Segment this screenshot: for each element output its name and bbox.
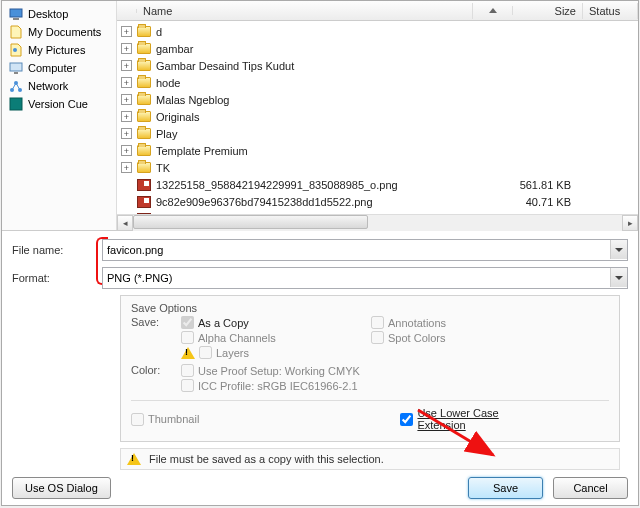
expand-button[interactable]: +: [121, 111, 132, 122]
scroll-thumb[interactable]: [133, 215, 368, 229]
column-header-row: Name Size Status: [117, 1, 638, 21]
thumbnail-label: Thumbnail: [148, 413, 199, 425]
scroll-track[interactable]: [133, 215, 622, 231]
format-select[interactable]: [102, 267, 628, 289]
expand-button[interactable]: +: [121, 94, 132, 105]
folder-row[interactable]: +hode: [117, 74, 638, 91]
expand-button[interactable]: +: [121, 128, 132, 139]
browser-pane: DesktopMy DocumentsMy PicturesComputerNe…: [2, 1, 638, 231]
button-row: Use OS Dialog Save Cancel: [2, 477, 638, 499]
shortcut-versioncue[interactable]: Version Cue: [4, 95, 114, 113]
filename-input[interactable]: [102, 239, 628, 261]
folder-row[interactable]: +Originals: [117, 108, 638, 125]
image-icon: [136, 195, 152, 209]
warning-icon: [127, 453, 141, 465]
shortcut-label: My Pictures: [28, 44, 85, 56]
info-text: File must be saved as a copy with this s…: [149, 453, 384, 465]
cancel-button[interactable]: Cancel: [553, 477, 628, 499]
folder-row[interactable]: +Play: [117, 125, 638, 142]
file-name: 9c82e909e96376bd79415238dd1d5522.png: [156, 196, 509, 208]
folder-row[interactable]: +d: [117, 23, 638, 40]
form-area: File name: Format: Save Options Save: As…: [2, 231, 638, 474]
save-label: Save:: [131, 316, 181, 328]
annotations-checkbox: [371, 316, 384, 329]
column-size[interactable]: Size: [513, 3, 583, 19]
file-name: Template Premium: [156, 145, 509, 157]
expand-button[interactable]: +: [121, 162, 132, 173]
save-options-title: Save Options: [131, 302, 609, 314]
file-name: Malas Ngeblog: [156, 94, 509, 106]
layers-label: Layers: [216, 347, 249, 359]
shortcut-desktop[interactable]: Desktop: [4, 5, 114, 23]
image-icon: [136, 178, 152, 192]
save-dialog: DesktopMy DocumentsMy PicturesComputerNe…: [1, 0, 639, 506]
annotations-label: Annotations: [388, 317, 446, 329]
folder-icon: [136, 25, 152, 39]
thumbnail-checkbox: [131, 413, 144, 426]
folder-icon: [136, 76, 152, 90]
shortcut-network[interactable]: Network: [4, 77, 114, 95]
svg-rect-1: [13, 18, 19, 20]
scroll-right-button[interactable]: ▸: [622, 215, 638, 231]
folder-row[interactable]: +Gambar Desaind Tips Kudut: [117, 57, 638, 74]
lowercase-label: Use Lower Case Extension: [417, 407, 549, 431]
folder-icon: [136, 110, 152, 124]
svg-rect-0: [10, 9, 22, 17]
folder-icon: [136, 59, 152, 73]
svg-rect-8: [10, 98, 22, 110]
sort-indicator-icon: [489, 8, 497, 13]
folder-row[interactable]: +Malas Ngeblog: [117, 91, 638, 108]
expand-button[interactable]: +: [121, 43, 132, 54]
expand-button[interactable]: +: [121, 77, 132, 88]
as-copy-label: As a Copy: [198, 317, 249, 329]
folder-icon: [136, 93, 152, 107]
file-row[interactable]: 9c82e909e96376bd79415238dd1d5522.png40.7…: [117, 193, 638, 210]
file-name: Gambar Desaind Tips Kudut: [156, 60, 509, 72]
alpha-checkbox: [181, 331, 194, 344]
file-row[interactable]: 13225158_958842194229991_835088985_o.png…: [117, 176, 638, 193]
column-name[interactable]: Name: [137, 3, 473, 19]
shortcut-label: Computer: [28, 62, 76, 74]
spot-label: Spot Colors: [388, 332, 445, 344]
icc-label: ICC Profile: sRGB IEC61966-2.1: [198, 380, 358, 392]
as-copy-checkbox: [181, 316, 194, 329]
expand-button[interactable]: +: [121, 60, 132, 71]
save-options-group: Save Options Save: As a Copy Annotations…: [120, 295, 620, 442]
proof-label: Use Proof Setup: Working CMYK: [198, 365, 360, 377]
lowercase-checkbox[interactable]: [400, 413, 413, 426]
shortcut-label: Version Cue: [28, 98, 88, 110]
shortcut-label: My Documents: [28, 26, 101, 38]
folder-icon: [136, 144, 152, 158]
filename-dropdown-button[interactable]: [610, 240, 627, 259]
info-message: File must be saved as a copy with this s…: [120, 448, 620, 470]
chevron-down-icon: [615, 248, 623, 252]
horizontal-scrollbar[interactable]: ◂ ▸: [117, 214, 638, 230]
shortcuts-bar: DesktopMy DocumentsMy PicturesComputerNe…: [2, 1, 117, 230]
column-status[interactable]: Status: [583, 3, 638, 19]
folder-icon: [136, 127, 152, 141]
save-button[interactable]: Save: [468, 477, 543, 499]
use-os-dialog-button[interactable]: Use OS Dialog: [12, 477, 111, 499]
shortcut-label: Network: [28, 80, 68, 92]
format-label: Format:: [12, 272, 102, 284]
color-label: Color:: [131, 364, 181, 376]
file-size: 561.81 KB: [509, 179, 579, 191]
file-name: gambar: [156, 43, 509, 55]
shortcut-pics[interactable]: My Pictures: [4, 41, 114, 59]
proof-checkbox: [181, 364, 194, 377]
scroll-left-button[interactable]: ◂: [117, 215, 133, 231]
svg-point-2: [13, 48, 17, 52]
expand-button[interactable]: +: [121, 145, 132, 156]
folder-icon: [136, 161, 152, 175]
file-size: 40.71 KB: [509, 196, 579, 208]
file-name: d: [156, 26, 509, 38]
shortcut-computer[interactable]: Computer: [4, 59, 114, 77]
file-list[interactable]: +d+gambar+Gambar Desaind Tips Kudut+hode…: [117, 21, 638, 214]
expand-button[interactable]: +: [121, 26, 132, 37]
folder-row[interactable]: +gambar: [117, 40, 638, 57]
format-dropdown-button[interactable]: [610, 268, 627, 287]
folder-icon: [136, 42, 152, 56]
folder-row[interactable]: +Template Premium: [117, 142, 638, 159]
folder-row[interactable]: +TK: [117, 159, 638, 176]
shortcut-docs[interactable]: My Documents: [4, 23, 114, 41]
